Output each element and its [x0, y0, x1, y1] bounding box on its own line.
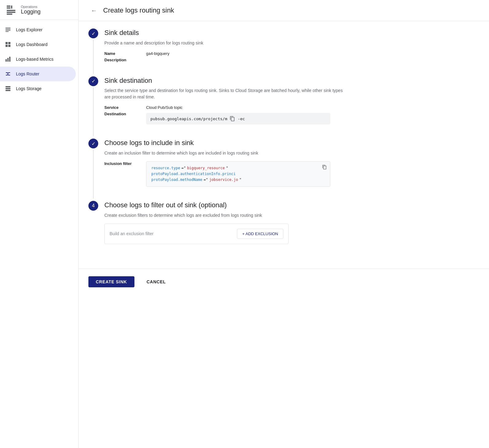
footer-buttons: CREATE SINK CANCEL [79, 269, 489, 295]
destination-box: pubsub.googleapis.com/projects/m -ec [146, 113, 330, 124]
sidebar-item-label: Logs Storage [16, 86, 41, 91]
svg-rect-19 [6, 90, 10, 91]
sidebar-item-label: Logs Router [16, 71, 39, 76]
service-value: Cloud Pub/Sub topic [146, 105, 183, 110]
step-1-circle: ✓ [88, 29, 98, 38]
destination-text: pubsub.googleapis.com/projects/m [150, 117, 227, 121]
svg-rect-16 [9, 57, 10, 62]
step-2-right: Sink destination Select the service type… [104, 76, 345, 136]
copy-destination-icon[interactable] [230, 116, 235, 121]
step-4: 4 Choose logs to filter out of sink (opt… [88, 201, 345, 254]
sidebar-item-logs-storage[interactable]: Logs Storage [0, 81, 76, 96]
step-2-dest-row: Destination pubsub.googleapis.com/projec… [104, 112, 345, 124]
inclusion-filter-container: resource.type="bigquery_resource" protoP… [146, 161, 345, 187]
sidebar-item-label: Logs-based Metrics [16, 57, 53, 62]
product-label: Logging [21, 9, 41, 15]
step-2-service-row: Service Cloud Pub/Sub topic [104, 105, 345, 110]
exclusion-placeholder: Build an exclusion filter [110, 231, 153, 236]
svg-rect-7 [6, 29, 10, 29]
step-2-circle: ✓ [88, 76, 98, 86]
step-1: ✓ Sink details Provide a name and descri… [88, 29, 345, 74]
svg-rect-2 [11, 6, 12, 9]
step-3-right: Choose logs to include in sink Create an… [104, 139, 345, 198]
add-exclusion-button[interactable]: + ADD EXCLUSION [237, 229, 283, 239]
svg-rect-10 [6, 42, 8, 44]
sidebar-item-logs-metrics[interactable]: Logs-based Metrics [0, 52, 76, 67]
step-4-left: 4 [88, 201, 98, 254]
step-4-title: Choose logs to filter out of sink (optio… [104, 201, 345, 210]
svg-rect-8 [6, 30, 10, 31]
exclusion-box: Build an exclusion filter + ADD EXCLUSIO… [104, 224, 289, 244]
bar-chart-icon [5, 56, 11, 62]
destination-suffix: -ec [238, 117, 245, 121]
step-1-right: Sink details Provide a name and descript… [104, 29, 345, 74]
route-icon [5, 71, 11, 77]
code-line-3: protoPayload.methodName="jobservice.jo" [151, 177, 325, 183]
svg-rect-4 [7, 12, 15, 13]
step-3-title: Choose logs to include in sink [104, 139, 345, 147]
dashboard-icon [5, 41, 11, 48]
create-sink-button[interactable]: CREATE SINK [88, 276, 134, 287]
svg-rect-13 [8, 45, 10, 47]
sidebar: Operations Logging Logs Explorer [0, 0, 79, 448]
step-4-right: Choose logs to filter out of sink (optio… [104, 201, 345, 254]
svg-rect-1 [7, 7, 10, 9]
svg-rect-0 [7, 6, 10, 7]
step-3-desc: Create an inclusion filter to determine … [104, 150, 345, 156]
logging-icon [5, 4, 17, 16]
svg-rect-9 [6, 31, 9, 32]
svg-rect-5 [7, 13, 12, 15]
inclusion-filter-code: resource.type="bigquery_resource" protoP… [146, 161, 330, 187]
svg-rect-18 [6, 88, 10, 89]
name-label: Name [104, 51, 141, 56]
name-value: ga4-bigquery [146, 51, 169, 56]
sidebar-item-label: Logs Dashboard [16, 42, 48, 47]
desc-label: Description [104, 58, 141, 62]
sidebar-product-text: Operations Logging [21, 5, 41, 15]
sidebar-item-logs-dashboard[interactable]: Logs Dashboard [0, 37, 76, 52]
step-2-left: ✓ [88, 76, 98, 136]
step-1-desc: Provide a name and description for logs … [104, 40, 345, 46]
destination-label: Destination [104, 112, 141, 124]
step-2-title: Sink destination [104, 76, 345, 85]
code-line-1: resource.type="bigquery_resource" [151, 165, 325, 171]
page-title: Create logs routing sink [103, 6, 174, 14]
step-3-circle: ✓ [88, 139, 98, 148]
step-1-desc-row: Description [104, 58, 345, 62]
step-1-left: ✓ [88, 29, 98, 74]
code-line-2: protoPayload.authenticationInfo.princi [151, 171, 325, 177]
sidebar-nav: Logs Explorer Logs Dashboard [0, 20, 78, 98]
inclusion-filter-label: Inclusion filter [104, 161, 141, 187]
back-button[interactable]: ← [88, 5, 99, 16]
sidebar-item-logs-router[interactable]: Logs Router [0, 67, 76, 81]
destination-value-container: pubsub.googleapis.com/projects/m -ec [146, 112, 345, 124]
step-4-circle: 4 [88, 201, 98, 211]
step-2-line [93, 87, 94, 136]
inclusion-filter-row: Inclusion filter resource.type="bigquery… [104, 161, 345, 187]
svg-rect-11 [8, 42, 10, 44]
svg-rect-17 [6, 86, 10, 87]
svg-rect-6 [6, 28, 10, 28]
back-arrow-icon: ← [91, 7, 97, 14]
step-3: ✓ Choose logs to include in sink Create … [88, 139, 345, 198]
svg-rect-12 [6, 45, 8, 47]
step-3-left: ✓ [88, 139, 98, 198]
cancel-button[interactable]: CANCEL [139, 276, 173, 287]
step-1-name-row: Name ga4-bigquery [104, 51, 345, 56]
sidebar-item-logs-explorer[interactable]: Logs Explorer [0, 22, 76, 37]
copy-inclusion-icon[interactable] [322, 165, 327, 171]
step-2-desc: Select the service type and destination … [104, 87, 345, 100]
step-3-line [93, 150, 94, 198]
service-label: Service [104, 105, 141, 110]
step-2: ✓ Sink destination Select the service ty… [88, 76, 345, 136]
svg-rect-15 [7, 58, 9, 62]
list-icon [5, 27, 11, 33]
sidebar-header: Operations Logging [0, 0, 78, 20]
form-content: ✓ Sink details Provide a name and descri… [79, 21, 355, 266]
main-header: ← Create logs routing sink [79, 0, 489, 21]
main-content: ← Create logs routing sink ✓ Sink detail… [79, 0, 489, 448]
step-4-desc: Create exclusion filters to determine wh… [104, 212, 345, 219]
svg-rect-3 [7, 10, 15, 11]
svg-rect-14 [6, 59, 7, 62]
ops-label: Operations [21, 5, 41, 9]
